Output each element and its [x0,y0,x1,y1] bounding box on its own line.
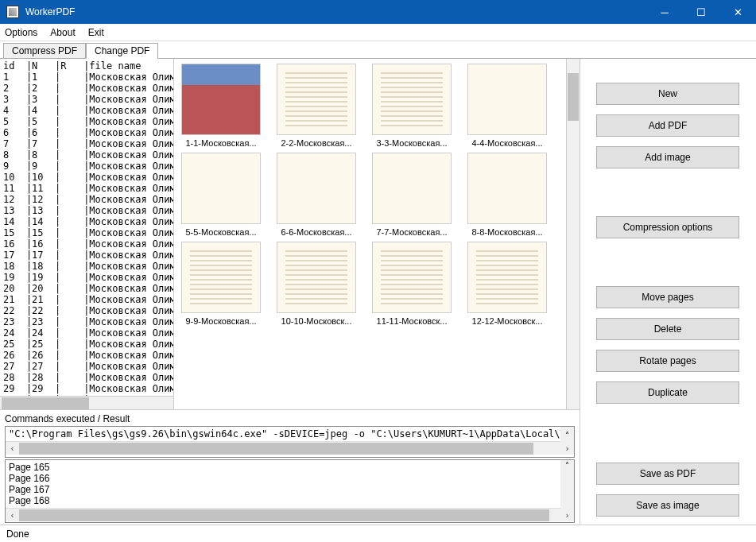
table-row[interactable]: 8 |8 | |Московская Олимпиа [3,149,170,161]
table-row[interactable]: 24 |24 | |Московская Олимпиа [3,327,170,339]
thumbnail-image [181,242,261,313]
thumbnail-image [372,64,452,135]
table-row[interactable]: 23 |23 | |Московская Олимпиа [3,316,170,327]
table-row[interactable]: 29 |29 | |Московская Олимпиа [3,383,170,394]
thumbnail-vscroll[interactable] [566,59,580,409]
command-text: "C:\Program Files\gs\gs9.26\bin\gswin64c… [6,427,574,441]
delete-button[interactable]: Delete [596,318,739,340]
add-pdf-button[interactable]: Add PDF [596,114,739,137]
statusbar: Done [0,525,756,542]
file-table[interactable]: id |N |R |file name1 |1 | |Московская Ол… [0,59,174,409]
table-row[interactable]: 13 |13 | |Московская Олимпиа [3,205,170,216]
thumbnail-image [372,153,452,224]
titlebar: WorkerPDF ─ ☐ ✕ [0,0,756,24]
table-row[interactable]: 21 |21 | |Московская Олимпиа [3,294,170,305]
thumbnail-item[interactable]: 10-10-Московск... [273,242,360,326]
result-box[interactable]: ˄ Page 165 Page 166 Page 167 Page 168 ‹› [5,459,575,523]
thumbnail-image [277,64,356,135]
table-row[interactable]: 4 |4 | |Московская Олимпиа [3,105,170,116]
thumbnail-item[interactable]: 12-12-Московск... [463,242,551,326]
table-row[interactable]: 20 |20 | |Московская Олимпиа [3,283,170,294]
thumbnail-label: 4-4-Московская... [463,138,551,148]
table-row[interactable]: 7 |7 | |Московская Олимпиа [3,138,170,149]
add-image-button[interactable]: Add image [596,146,739,168]
thumbnail-item[interactable]: 11-11-Московск... [368,242,456,326]
table-row[interactable]: 16 |16 | |Московская Олимпиа [3,238,170,250]
thumbnail-label: 5-5-Московская... [177,227,265,237]
thumbnail-item[interactable]: 5-5-Московская... [177,153,265,237]
tab-compress-pdf[interactable]: Compress PDF [3,43,86,59]
command-box[interactable]: ˄ "C:\Program Files\gs\gs9.26\bin\gswin6… [5,426,575,458]
thumbnail-item[interactable]: 6-6-Московская... [273,153,360,237]
table-row[interactable]: 3 |3 | |Московская Олимпиа [3,94,170,105]
result-text: Page 165 Page 166 Page 167 Page 168 [6,460,574,508]
table-row[interactable]: 15 |15 | |Московская Олимпиа [3,227,170,238]
thumbnail-item[interactable]: 4-4-Московская... [463,64,551,148]
menubar: Options About Exit [0,24,756,41]
new-button[interactable]: New [596,83,739,105]
thumbnail-item[interactable]: 2-2-Московская... [273,64,360,148]
table-row[interactable]: 10 |10 | |Московская Олимпиа [3,172,170,183]
close-button[interactable]: ✕ [719,0,756,24]
tabstrip: Compress PDF Change PDF [0,41,756,59]
menu-about[interactable]: About [50,27,75,38]
maximize-button[interactable]: ☐ [683,0,719,24]
minimize-button[interactable]: ─ [646,0,683,24]
menu-exit[interactable]: Exit [88,27,104,38]
table-row[interactable]: 17 |17 | |Московская Олимпиа [3,250,170,261]
table-row[interactable]: 28 |28 | |Московская Олимпиа [3,372,170,383]
right-panel: New Add PDF Add image Compression option… [580,59,755,525]
table-row[interactable]: 14 |14 | |Московская Олимпиа [3,216,170,227]
result-hscroll[interactable]: ‹› [6,508,574,521]
table-row[interactable]: 18 |18 | |Московская Олимпиа [3,261,170,272]
menu-options[interactable]: Options [5,27,37,38]
table-row[interactable]: 6 |6 | |Московская Олимпиа [3,127,170,138]
thumbnail-label: 9-9-Московская... [177,316,265,326]
table-row[interactable]: 22 |22 | |Московская Олимпиа [3,305,170,316]
save-as-image-button[interactable]: Save as image [596,494,739,517]
thumbnail-image [467,153,547,224]
commands-label: Commands executed / Result [5,413,575,424]
thumbnail-label: 3-3-Московская... [368,138,456,148]
thumbnail-item[interactable]: 7-7-Московская... [368,153,456,237]
compression-options-button[interactable]: Compression options [596,216,739,238]
table-row[interactable]: 2 |2 | |Московская Олимпиа [3,83,170,94]
table-row[interactable]: 1 |1 | |Московская Олимпиа [3,72,170,83]
thumbnail-image [181,153,261,224]
thumbnail-label: 2-2-Московская... [273,138,360,148]
thumbnail-image [277,153,356,224]
thumbnail-item[interactable]: 8-8-Московская... [463,153,551,237]
tab-change-pdf[interactable]: Change PDF [86,43,158,59]
thumbnail-grid[interactable]: 1-1-Московская...2-2-Московская...3-3-Мо… [174,59,566,409]
move-pages-button[interactable]: Move pages [596,286,739,308]
thumbnail-label: 11-11-Московск... [368,316,456,326]
window-title: WorkerPDF [25,6,646,17]
table-row[interactable]: 5 |5 | |Московская Олимпиа [3,116,170,127]
thumbnail-item[interactable]: 1-1-Московская... [177,64,265,148]
thumbnail-label: 12-12-Московск... [463,316,551,326]
thumbnail-image [467,64,547,135]
thumbnail-image [181,64,261,135]
file-table-hscroll[interactable] [0,396,173,409]
table-row[interactable]: 12 |12 | |Московская Олимпиа [3,194,170,205]
rotate-pages-button[interactable]: Rotate pages [596,350,739,372]
table-row[interactable]: 25 |25 | |Московская Олимпиа [3,339,170,350]
thumbnail-label: 8-8-Московская... [463,227,551,237]
duplicate-button[interactable]: Duplicate [596,381,739,404]
app-icon [6,6,19,18]
thumbnail-item[interactable]: 9-9-Московская... [177,242,265,326]
thumbnail-label: 7-7-Московская... [368,227,456,237]
table-row[interactable]: 27 |27 | |Московская Олимпиа [3,361,170,372]
thumbnail-item[interactable]: 3-3-Московская... [368,64,456,148]
table-row[interactable]: 9 |9 | |Московская Олимпиа [3,161,170,172]
thumbnail-label: 10-10-Московск... [273,316,360,326]
save-as-pdf-button[interactable]: Save as PDF [596,463,739,485]
table-row[interactable]: 11 |11 | |Московская Олимпиа [3,183,170,194]
command-hscroll[interactable]: ‹› [6,441,574,455]
thumbnail-label: 1-1-Московская... [177,138,265,148]
table-row[interactable]: 19 |19 | |Московская Олимпиа [3,272,170,283]
thumbnail-image [277,242,356,313]
table-row[interactable]: 26 |26 | |Московская Олимпиа [3,350,170,361]
thumbnail-image [372,242,452,313]
thumbnail-label: 6-6-Московская... [273,227,360,237]
